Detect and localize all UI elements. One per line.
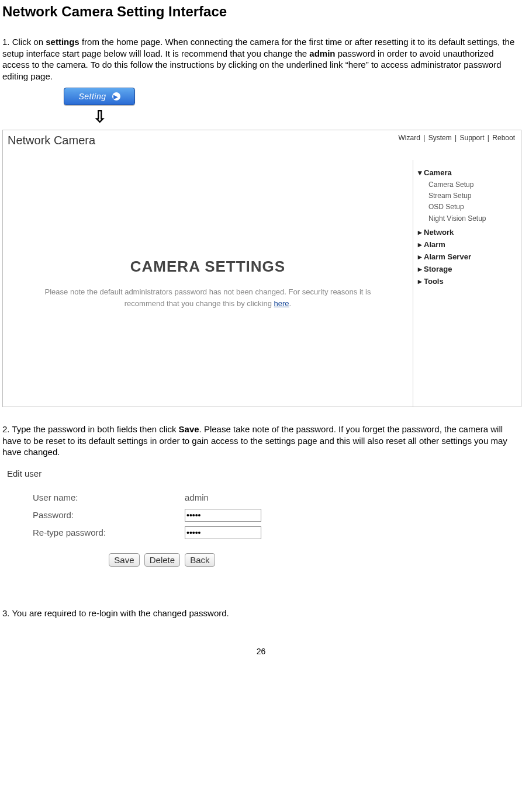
sidebar-item-night-vision-setup[interactable]: Night Vision Setup [428, 213, 517, 224]
sidebar-group-alarm-label: Alarm [424, 240, 445, 249]
chevron-down-icon: ▾ [418, 168, 424, 177]
panel-note: Please note the default administrators p… [3, 286, 413, 309]
panel-title: Network Camera [8, 134, 95, 147]
step-2-save-word: Save [179, 424, 199, 434]
top-link-system[interactable]: System [427, 134, 453, 142]
back-button[interactable]: Back [185, 553, 215, 567]
password-label: Password: [7, 510, 185, 520]
step-1-admin-word: admin [309, 48, 335, 58]
step-2-part-a: 2. Type the password in both fields then… [2, 424, 179, 434]
chevron-right-icon: ▸ [418, 228, 424, 237]
sidebar-group-tools[interactable]: ▸Tools [418, 277, 517, 286]
setting-button-label: Setting [78, 92, 106, 101]
sidebar-group-storage-label: Storage [424, 265, 452, 273]
sidebar-group-tools-label: Tools [424, 277, 444, 286]
panel-note-a: Please note the default administrators p… [45, 287, 371, 308]
top-link-reboot[interactable]: Reboot [491, 134, 516, 142]
chevron-right-icon: ▸ [418, 240, 424, 249]
edit-user-title: Edit user [7, 469, 317, 478]
sidebar-group-storage[interactable]: ▸Storage [418, 265, 517, 273]
sidebar-group-alarm-server[interactable]: ▸Alarm Server [418, 252, 517, 261]
sidebar-group-camera[interactable]: ▾Camera [418, 168, 517, 177]
page-title: Network Camera Setting Interface [2, 4, 520, 20]
sidebar-group-network[interactable]: ▸Network [418, 228, 517, 237]
retype-password-label: Re-type password: [7, 528, 185, 537]
sidebar-group-network-label: Network [424, 228, 454, 237]
delete-button[interactable]: Delete [144, 553, 180, 567]
chevron-right-icon: ▸ [418, 277, 424, 286]
step-1-part-a: 1. Click on [2, 37, 46, 47]
edit-user-panel: Edit user User name: admin Password: Re-… [7, 469, 317, 567]
setting-button[interactable]: Setting ▶ [64, 88, 135, 105]
camera-settings-panel: Network Camera Wizard | System | Support… [2, 130, 521, 407]
panel-main: CAMERA SETTINGS Please note the default … [3, 160, 413, 407]
sidebar-group-camera-label: Camera [424, 168, 452, 177]
panel-top-links: Wizard | System | Support | Reboot [397, 134, 516, 142]
sidebar-group-alarm-server-label: Alarm Server [424, 252, 471, 261]
password-input[interactable] [185, 509, 261, 522]
step-2-text: 2. Type the password in both fields then… [2, 424, 520, 458]
step-3-text: 3. You are required to re-login with the… [2, 608, 520, 619]
step-1-text: 1. Click on settings from the home page.… [2, 36, 520, 82]
sidebar-item-stream-setup[interactable]: Stream Setup [428, 190, 517, 202]
sidebar-item-camera-setup[interactable]: Camera Setup [428, 179, 517, 190]
chevron-right-icon: ▸ [418, 252, 424, 261]
chevron-right-icon: ▸ [418, 265, 424, 273]
setting-button-illustration: Setting ▶ ⇩ [62, 88, 137, 125]
top-link-wizard[interactable]: Wizard [397, 134, 421, 142]
panel-sidebar: ▾Camera Camera Setup Stream Setup OSD Se… [413, 160, 521, 407]
step-1-settings-word: settings [46, 37, 79, 47]
retype-password-input[interactable] [185, 526, 261, 539]
here-link[interactable]: here [274, 299, 289, 308]
username-value: admin [185, 492, 209, 502]
arrow-right-icon: ▶ [112, 92, 120, 100]
username-label: User name: [7, 492, 185, 502]
panel-main-heading: CAMERA SETTINGS [130, 258, 285, 276]
page-number: 26 [2, 647, 520, 656]
arrow-down-icon: ⇩ [62, 109, 137, 125]
sidebar-item-osd-setup[interactable]: OSD Setup [428, 202, 517, 213]
panel-note-b: . [289, 299, 292, 308]
sidebar-group-alarm[interactable]: ▸Alarm [418, 240, 517, 249]
save-button[interactable]: Save [109, 553, 139, 567]
top-link-support[interactable]: Support [458, 134, 485, 142]
